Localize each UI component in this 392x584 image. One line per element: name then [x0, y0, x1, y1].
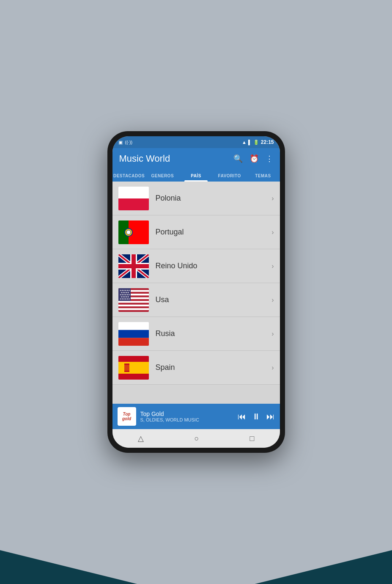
np-title: Top Gold: [140, 410, 238, 417]
alarm-icon[interactable]: ⏰: [249, 154, 259, 163]
flag-polonia: [118, 187, 149, 210]
svg-rect-37: [124, 371, 129, 372]
rewind-button[interactable]: ⏮: [238, 412, 246, 421]
recent-nav-button[interactable]: □: [250, 434, 255, 443]
status-time: 22:15: [261, 139, 274, 145]
svg-rect-30: [118, 322, 149, 330]
chevron-icon-rusia: ›: [271, 330, 274, 338]
content-area: Polonia › Portugal: [112, 182, 280, 404]
flag-usa: ★★★★★★ ★★★★★ ★★★★★★ ★★★★★ ★★★★★★: [118, 288, 149, 312]
country-item-usa[interactable]: ★★★★★★ ★★★★★ ★★★★★★ ★★★★★ ★★★★★★ Usa ›: [112, 283, 280, 317]
chevron-icon-reino-unido: ›: [271, 262, 274, 270]
chevron-icon-spain: ›: [271, 364, 274, 372]
phone-frame: ▣ ((·)) ▲ ▌ 🔋 22:15 Music World 🔍 ⏰ ⋮ DE…: [107, 131, 285, 453]
wifi-signal-icon: ▲: [242, 140, 247, 145]
svg-rect-36: [124, 364, 129, 365]
status-left: ▣ ((·)): [118, 140, 133, 145]
country-name-spain: Spain: [156, 363, 272, 372]
svg-point-6: [126, 230, 131, 234]
country-item-reino-unido[interactable]: Reino Unido ›: [112, 249, 280, 283]
country-item-spain[interactable]: Spain ›: [112, 351, 280, 385]
tab-pais[interactable]: PAÍS: [179, 169, 213, 182]
country-name-polonia: Polonia: [156, 194, 272, 203]
svg-text:★★★★★★: ★★★★★★: [120, 298, 130, 300]
svg-rect-15: [118, 264, 149, 268]
search-icon[interactable]: 🔍: [233, 154, 243, 163]
svg-rect-1: [118, 198, 149, 210]
country-name-rusia: Rusia: [156, 329, 272, 338]
tabs-bar: DESTACADOS GENEROS PAÍS FAVORITO TEMAS: [112, 169, 280, 182]
country-item-portugal[interactable]: Portugal ›: [112, 215, 280, 249]
tab-generos[interactable]: GENEROS: [146, 169, 179, 182]
wifi-status-icon: ((·)): [125, 140, 133, 145]
status-right: ▲ ▌ 🔋 22:15: [242, 139, 274, 145]
logo-text: Top gold: [122, 412, 131, 421]
station-logo: Top gold: [118, 407, 136, 426]
now-playing-info: Top Gold S, OLDIES, WORLD MUSIC: [140, 410, 238, 422]
flag-rusia: [118, 322, 149, 346]
status-bar: ▣ ((·)) ▲ ▌ 🔋 22:15: [112, 136, 280, 148]
flag-spain: [118, 356, 149, 380]
app-bar-icons: 🔍 ⏰ ⋮: [233, 154, 273, 163]
svg-rect-31: [118, 330, 149, 338]
svg-rect-23: [118, 310, 149, 311]
fast-forward-button[interactable]: ⏭: [266, 412, 275, 421]
svg-rect-21: [118, 303, 149, 304]
svg-rect-22: [118, 306, 149, 308]
country-name-portugal: Portugal: [156, 228, 272, 237]
country-item-rusia[interactable]: Rusia ›: [112, 317, 280, 351]
home-nav-button[interactable]: ○: [195, 434, 199, 443]
chevron-icon-polonia: ›: [271, 195, 274, 202]
np-subtitle: S, OLDIES, WORLD MUSIC: [140, 417, 238, 422]
logo-line2: gold: [122, 416, 131, 421]
back-nav-button[interactable]: △: [138, 434, 144, 443]
chevron-icon-usa: ›: [271, 296, 274, 304]
pause-button[interactable]: ⏸: [252, 412, 260, 421]
country-name-reino-unido: Reino Unido: [156, 262, 272, 270]
signal-icon: ▌: [248, 140, 252, 145]
bottom-nav: △ ○ □: [112, 429, 280, 448]
tab-favorito[interactable]: FAVORITO: [213, 169, 246, 182]
np-controls: ⏮ ⏸ ⏭: [238, 412, 275, 421]
country-list: Polonia › Portugal: [112, 182, 280, 404]
country-item-polonia[interactable]: Polonia ›: [112, 182, 280, 215]
more-options-icon[interactable]: ⋮: [266, 154, 273, 163]
battery-icon: 🔋: [253, 140, 259, 145]
flag-reino-unido: [118, 254, 149, 278]
screen-status-icon: ▣: [118, 140, 123, 145]
flag-portugal: [118, 220, 149, 244]
chevron-icon-portugal: ›: [271, 229, 274, 236]
app-bar: Music World 🔍 ⏰ ⋮: [112, 148, 280, 169]
tab-destacados[interactable]: DESTACADOS: [112, 169, 146, 182]
now-playing-bar: Top gold Top Gold S, OLDIES, WORLD MUSIC…: [112, 404, 280, 429]
svg-rect-32: [118, 338, 149, 346]
logo-line1: Top: [122, 412, 131, 416]
app-title: Music World: [119, 153, 170, 164]
svg-rect-0: [118, 187, 149, 198]
svg-rect-34: [118, 362, 149, 374]
country-name-usa: Usa: [156, 295, 272, 304]
tab-temas[interactable]: TEMAS: [246, 169, 280, 182]
phone-screen: ▣ ((·)) ▲ ▌ 🔋 22:15 Music World 🔍 ⏰ ⋮ DE…: [112, 136, 280, 448]
